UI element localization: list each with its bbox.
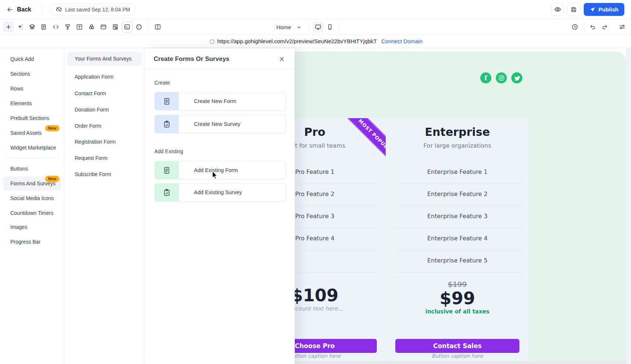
page-builder-app: f Pro Best for small teams Pro Feature 1… bbox=[0, 0, 631, 364]
sidebar-item-elements[interactable]: Elements bbox=[10, 100, 32, 106]
your-forms-header[interactable]: Your Forms And Surveys bbox=[67, 52, 141, 66]
layers-button[interactable] bbox=[27, 21, 38, 32]
forms-button[interactable] bbox=[38, 21, 49, 32]
desktop-view-button[interactable] bbox=[313, 21, 324, 32]
add-existing-section-label: Add Existing bbox=[154, 148, 183, 154]
mouse-cursor bbox=[212, 171, 219, 179]
typography-button[interactable] bbox=[74, 21, 85, 32]
twitter-icon[interactable] bbox=[511, 72, 522, 83]
publish-label: Publish bbox=[598, 6, 618, 13]
divider bbox=[309, 22, 310, 32]
ai-assistant-button[interactable] bbox=[15, 21, 26, 32]
seo-button[interactable] bbox=[110, 21, 121, 32]
form-item-contact[interactable]: Contact Form bbox=[75, 90, 106, 96]
survey-icon bbox=[163, 189, 171, 196]
page-settings-button[interactable] bbox=[617, 21, 628, 32]
contact-sales-button[interactable]: Contact Sales bbox=[395, 339, 519, 353]
form-item-subscribe[interactable]: Subscribe Form bbox=[75, 171, 111, 177]
create-new-survey-option[interactable]: Create New Survey bbox=[154, 115, 286, 133]
last-saved-pill: Last saved Sep 12, 8:04 PM bbox=[50, 3, 136, 16]
form-icon bbox=[163, 97, 171, 105]
add-element-button[interactable] bbox=[3, 21, 14, 32]
plan-price: $99 bbox=[386, 289, 528, 308]
publish-button[interactable]: Publish bbox=[584, 3, 624, 16]
most-popular-ribbon: MOST POPULAR bbox=[335, 118, 386, 168]
undo-button[interactable] bbox=[587, 21, 598, 32]
mobile-view-button[interactable] bbox=[324, 21, 335, 32]
divider bbox=[584, 22, 585, 32]
tracking-code-button[interactable] bbox=[122, 21, 133, 32]
form-item-request[interactable]: Request Form bbox=[75, 155, 108, 161]
theme-icon bbox=[136, 24, 142, 30]
adjustments-icon bbox=[619, 24, 625, 30]
split-columns-icon bbox=[154, 24, 161, 30]
doc-search-icon bbox=[112, 24, 119, 30]
connect-domain-link[interactable]: Connect Domain bbox=[381, 38, 423, 44]
create-forms-modal: Create Forms Or Surveys Create Create Ne… bbox=[144, 48, 295, 364]
form-item-registration[interactable]: Registration Form bbox=[75, 139, 116, 145]
page-frame-button[interactable] bbox=[98, 21, 109, 32]
split-view-button[interactable] bbox=[152, 21, 163, 32]
plan-feature: Enterprise Feature 4 bbox=[386, 235, 528, 242]
sidebar-item-forms-and-surveys[interactable]: Forms And Surveys bbox=[10, 181, 55, 186]
survey-icon bbox=[163, 120, 171, 128]
divider bbox=[41, 4, 42, 16]
colors-button[interactable] bbox=[86, 21, 97, 32]
sidebar-item-quick-add[interactable]: Quick Add bbox=[10, 56, 34, 62]
canvas-right-gutter bbox=[626, 48, 631, 364]
plan-feature: Enterprise Feature 1 bbox=[386, 168, 528, 175]
text-icon bbox=[76, 24, 83, 30]
sidebar-item-prebuilt-sections[interactable]: Prebuilt Sections bbox=[10, 115, 49, 121]
pricing-card-enterprise: Enterprise For large organizations Enter… bbox=[386, 118, 528, 361]
back-button[interactable]: Back bbox=[7, 6, 31, 13]
sidebar-item-buttons[interactable]: Buttons bbox=[10, 166, 28, 172]
custom-code-button[interactable] bbox=[50, 21, 61, 32]
forms-and-surveys-panel: Your Forms And Surveys Application Form … bbox=[64, 48, 144, 364]
save-button[interactable] bbox=[567, 3, 580, 16]
page-selector[interactable]: Home bbox=[276, 19, 301, 35]
sidebar-item-images[interactable]: Images bbox=[10, 224, 27, 230]
layers-icon bbox=[29, 24, 35, 30]
add-existing-form-option[interactable]: Add Existing Form bbox=[154, 161, 286, 179]
form-item-donation[interactable]: Donation Form bbox=[75, 107, 109, 113]
instagram-icon[interactable] bbox=[496, 72, 507, 83]
divider bbox=[4, 158, 60, 158]
page-selector-label: Home bbox=[276, 24, 291, 30]
plan-feature: Enterprise Feature 2 bbox=[386, 190, 528, 198]
form-icon bbox=[40, 24, 47, 30]
plan-name: Enterprise bbox=[386, 126, 528, 138]
modal-header: Create Forms Or Surveys bbox=[144, 48, 294, 69]
elements-sidebar: Quick Add Sections Rows Elements Prebuil… bbox=[0, 48, 64, 364]
redo-button[interactable] bbox=[599, 21, 610, 32]
chevron-down-icon bbox=[296, 25, 301, 30]
close-button[interactable] bbox=[277, 55, 286, 63]
sidebar-item-widget-marketplace[interactable]: Widget Marketplace bbox=[10, 145, 56, 151]
terminal-icon bbox=[124, 24, 130, 30]
version-history-button[interactable] bbox=[569, 21, 580, 32]
sidebar-item-sections[interactable]: Sections bbox=[10, 71, 30, 77]
save-icon bbox=[570, 6, 577, 13]
create-new-form-option[interactable]: Create New Form bbox=[154, 92, 286, 110]
back-label: Back bbox=[17, 6, 31, 13]
sidebar-item-social-media-icons[interactable]: Social Media Icons bbox=[10, 195, 54, 201]
styles-button[interactable] bbox=[62, 21, 73, 32]
form-icon bbox=[163, 166, 171, 174]
plan-old-price: $199 bbox=[386, 280, 528, 289]
plus-icon bbox=[5, 24, 12, 30]
plan-feature: Enterprise Feature 5 bbox=[386, 257, 528, 264]
sidebar-item-countdown-timers[interactable]: Countdown Timers bbox=[10, 210, 54, 216]
desktop-icon bbox=[315, 24, 321, 30]
sidebar-item-saved-assets[interactable]: Saved Assets bbox=[10, 130, 42, 136]
facebook-icon[interactable]: f bbox=[480, 72, 491, 83]
preview-button[interactable] bbox=[551, 3, 564, 16]
divider bbox=[274, 22, 274, 32]
sidebar-item-progress-bar[interactable]: Progress Bar bbox=[10, 239, 41, 245]
preview-url: https://app.gohighlevel.com/v2/preview/S… bbox=[217, 38, 377, 44]
add-existing-survey-option[interactable]: Add Existing Survey bbox=[154, 183, 286, 202]
form-item-application[interactable]: Application Form bbox=[75, 74, 113, 80]
form-item-order[interactable]: Order Form bbox=[75, 123, 101, 129]
sidebar-item-rows[interactable]: Rows bbox=[10, 86, 23, 92]
theme-button[interactable] bbox=[133, 21, 144, 32]
status-circle-icon bbox=[209, 39, 215, 44]
preview-url-bar: https://app.gohighlevel.com/v2/preview/S… bbox=[0, 35, 631, 48]
